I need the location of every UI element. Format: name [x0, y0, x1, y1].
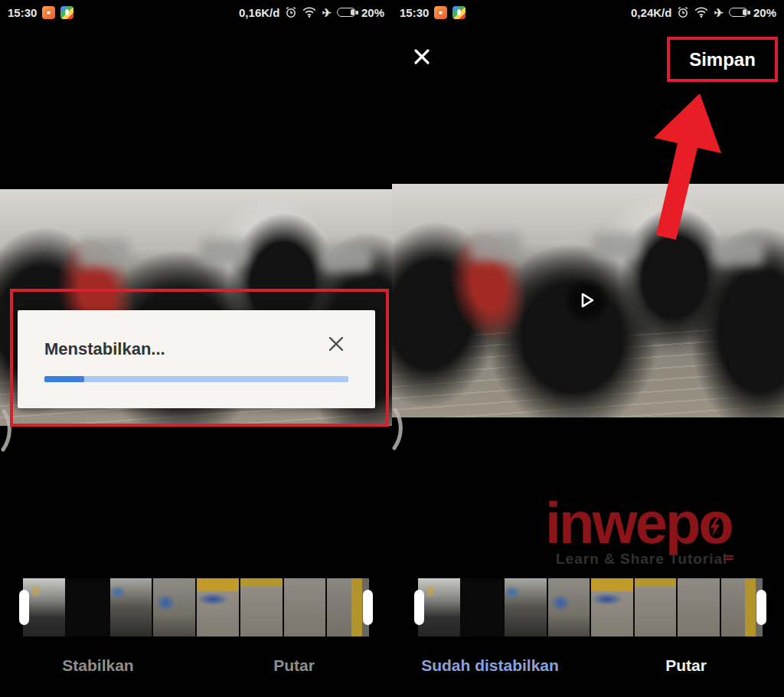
- filmstrip-frame[interactable]: [67, 578, 109, 636]
- filmstrip-frame[interactable]: [635, 578, 677, 636]
- editor-tabs: Sudah distabilkan Putar: [392, 651, 784, 680]
- alarm-icon: [677, 6, 689, 18]
- play-button[interactable]: [564, 277, 609, 323]
- battery-icon: [729, 8, 748, 17]
- blurred-plate: [200, 239, 247, 265]
- red-highlight-box: Simpan: [667, 37, 778, 82]
- lightning-bolt-icon: [710, 517, 720, 537]
- clock-time: 15:30: [400, 6, 429, 19]
- filmstrip-frame[interactable]: [678, 578, 720, 636]
- close-icon[interactable]: [410, 45, 433, 68]
- video-filmstrip-scrubber[interactable]: [23, 578, 369, 636]
- blurred-plate: [714, 237, 765, 266]
- alarm-icon: [285, 6, 297, 18]
- inwepo-watermark: inwepo Learn & Share Tutorial: [545, 494, 775, 574]
- stabilizing-dialog: Menstabilkan...: [18, 310, 375, 408]
- dialog-title: Menstabilkan...: [44, 339, 165, 359]
- video-preview[interactable]: [392, 184, 784, 417]
- progress-bar: [44, 376, 348, 382]
- screen: 15:30 0,16K/d ✈: [0, 0, 784, 697]
- panel-before-stabilizing: 15:30 0,16K/d ✈: [0, 0, 392, 697]
- progress-fill: [44, 376, 84, 382]
- save-button[interactable]: Simpan: [689, 49, 756, 70]
- tab-putar[interactable]: Putar: [588, 651, 784, 680]
- battery-percent: 20%: [361, 6, 384, 19]
- trim-handle-right[interactable]: [756, 590, 766, 625]
- filmstrip-frame[interactable]: [462, 578, 504, 636]
- filmstrip-frame[interactable]: [418, 578, 460, 636]
- panel-after-stabilizing: 15:30 0,24K/d ✈: [392, 0, 784, 697]
- data-usage: 0,16K/d: [239, 6, 279, 19]
- filmstrip-frame[interactable]: [23, 578, 65, 636]
- filmstrip-frame[interactable]: [505, 578, 547, 636]
- recorder-app-icon: [434, 6, 447, 19]
- wifi-icon: [694, 7, 708, 18]
- filmstrip-frame[interactable]: [591, 578, 633, 636]
- filmstrip-frame[interactable]: [153, 578, 195, 636]
- filmstrip-frame[interactable]: [548, 578, 590, 636]
- blurred-plate: [78, 239, 129, 267]
- clock-time: 15:30: [8, 6, 37, 19]
- tab-stabilkan[interactable]: Stabilkan: [0, 651, 196, 680]
- video-filmstrip-scrubber[interactable]: [418, 578, 763, 636]
- tab-sudah-distabilkan[interactable]: Sudah distabilkan: [392, 651, 588, 680]
- trim-handle-left[interactable]: [19, 590, 29, 625]
- brand-tagline: Learn & Share Tutorial: [556, 551, 727, 568]
- trim-handle-right[interactable]: [363, 590, 373, 625]
- filmstrip-frame[interactable]: [197, 578, 239, 636]
- maps-app-icon: [60, 6, 74, 19]
- filmstrip-frame[interactable]: [110, 578, 152, 636]
- maps-app-icon: [452, 6, 466, 19]
- status-bar: 15:30 0,24K/d ✈: [392, 0, 784, 25]
- data-usage: 0,24K/d: [631, 6, 671, 19]
- brand-logo: inwepo: [545, 494, 775, 552]
- blurred-plate: [592, 233, 639, 259]
- trim-handle-left[interactable]: [414, 590, 424, 625]
- filmstrip-frame[interactable]: [240, 578, 283, 636]
- battery-percent: 20%: [753, 6, 776, 19]
- blurred-plate: [470, 233, 521, 261]
- battery-icon: [337, 8, 356, 17]
- status-bar: 15:30 0,16K/d ✈: [0, 0, 392, 25]
- play-icon: [577, 290, 596, 310]
- dialog-close-icon[interactable]: [325, 333, 347, 355]
- filmstrip-frame[interactable]: [284, 578, 326, 636]
- editor-tabs: Stabilkan Putar: [0, 651, 392, 680]
- tab-putar[interactable]: Putar: [196, 651, 392, 680]
- airplane-mode-icon: ✈: [322, 7, 332, 18]
- recorder-app-icon: [42, 6, 55, 19]
- wifi-icon: [302, 7, 316, 18]
- blurred-plate: [322, 244, 373, 272]
- airplane-mode-icon: ✈: [714, 7, 724, 18]
